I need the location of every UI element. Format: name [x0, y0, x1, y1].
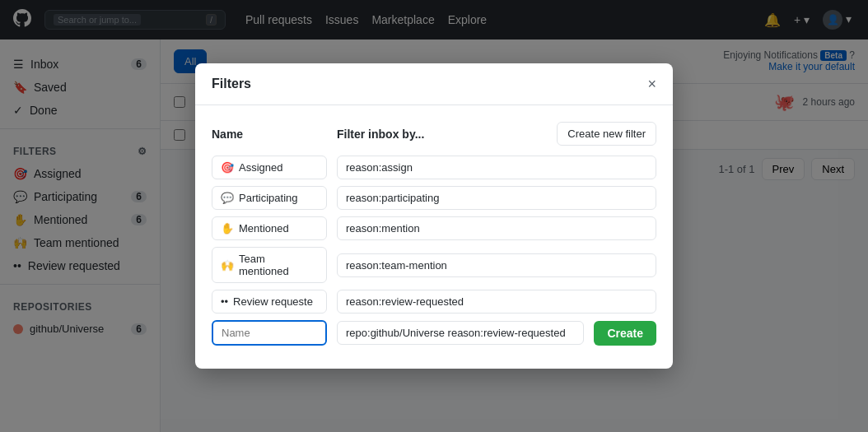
modal-overlay[interactable]: Filters × Name Filter inbox by... Create… — [0, 0, 868, 432]
filter-query-input-1[interactable] — [337, 186, 656, 210]
filter-name-cell-3: 🙌 Team mentioned — [212, 247, 327, 283]
filter-row-3: 🙌 Team mentioned — [212, 247, 656, 283]
filter-name-display-3: 🙌 Team mentioned — [212, 247, 327, 283]
filter-row-4: •• Review requeste — [212, 290, 656, 314]
filter-name-text-4: Review requeste — [233, 295, 313, 308]
filter-row-1: 💬 Participating — [212, 186, 656, 210]
new-filter-query-input[interactable] — [337, 321, 584, 345]
modal-header: Filters × — [195, 63, 673, 105]
col-name-header: Name — [212, 128, 327, 141]
filter-name-text-2: Mentioned — [239, 222, 289, 235]
new-filter-row: Create — [212, 320, 656, 346]
filter-name-display-4: •• Review requeste — [212, 290, 327, 314]
filter-name-text-1: Participating — [239, 192, 298, 204]
filter-icon-4: •• — [221, 295, 228, 308]
filter-name-cell-0: 🎯 Assigned — [212, 156, 327, 179]
modal-body: Name Filter inbox by... Create new filte… — [195, 105, 673, 369]
new-filter-name-cell — [212, 320, 327, 346]
filter-query-input-4[interactable] — [337, 290, 656, 314]
filter-name-display-0: 🎯 Assigned — [212, 156, 327, 179]
filter-name-text-3: Team mentioned — [239, 253, 318, 277]
filter-icon-2: ✋ — [221, 222, 234, 235]
filters-modal: Filters × Name Filter inbox by... Create… — [195, 63, 673, 369]
filter-query-cell-3 — [337, 253, 656, 277]
new-filter-name-input[interactable] — [212, 320, 327, 346]
filter-icon-0: 🎯 — [221, 161, 234, 174]
filter-query-cell-1 — [337, 186, 656, 210]
filter-name-display-1: 💬 Participating — [212, 186, 327, 210]
filter-rows-container: 🎯 Assigned 💬 Participating ✋ Mentioned — [212, 156, 656, 314]
filter-query-input-2[interactable] — [337, 216, 656, 240]
modal-title: Filters — [212, 77, 251, 91]
filter-query-input-3[interactable] — [337, 253, 656, 277]
col-query-header: Filter inbox by... — [337, 128, 547, 141]
filter-name-display-2: ✋ Mentioned — [212, 216, 327, 240]
create-button[interactable]: Create — [594, 321, 656, 346]
filter-name-text-0: Assigned — [239, 161, 282, 174]
filter-query-input-0[interactable] — [337, 156, 656, 179]
filter-icon-3: 🙌 — [221, 259, 234, 272]
filter-name-cell-4: •• Review requeste — [212, 290, 327, 314]
filter-icon-1: 💬 — [221, 192, 234, 204]
filter-query-cell-0 — [337, 156, 656, 179]
filter-row-0: 🎯 Assigned — [212, 156, 656, 179]
filter-query-cell-2 — [337, 216, 656, 240]
modal-close-button[interactable]: × — [647, 77, 656, 91]
filter-query-cell-4 — [337, 290, 656, 314]
new-filter-query-cell — [337, 321, 584, 345]
filter-table-header: Name Filter inbox by... Create new filte… — [212, 122, 656, 146]
create-new-filter-button[interactable]: Create new filter — [557, 122, 656, 146]
filter-row-2: ✋ Mentioned — [212, 216, 656, 240]
filter-name-cell-1: 💬 Participating — [212, 186, 327, 210]
filter-name-cell-2: ✋ Mentioned — [212, 216, 327, 240]
